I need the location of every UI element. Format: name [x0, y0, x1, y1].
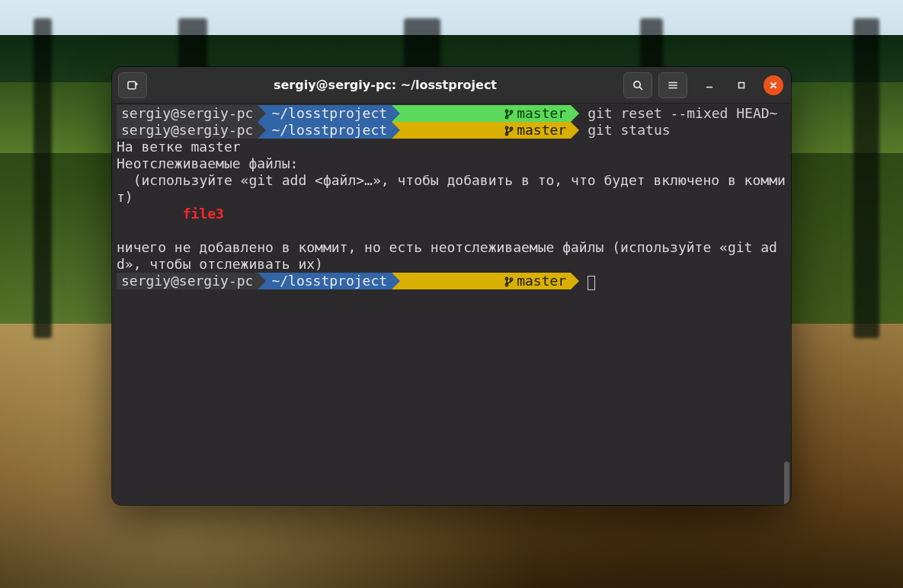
git-branch-icon — [504, 276, 514, 287]
prompt-path: ~/losstproject — [271, 273, 387, 289]
command-text: git status — [571, 122, 670, 139]
maximize-button[interactable] — [732, 75, 751, 95]
output-line: (используйте «git add <файл>…», чтобы до… — [117, 172, 791, 206]
prompt-path-segment: ~/losstproject — [258, 105, 392, 122]
untracked-file: file3 — [183, 206, 224, 222]
search-icon — [632, 79, 644, 91]
scrollbar-thumb[interactable] — [784, 462, 789, 505]
titlebar[interactable]: sergiy@sergiy-pc: ~/losstproject — [112, 67, 791, 104]
prompt-path: ~/losstproject — [271, 105, 387, 122]
command-text: git reset --mixed HEAD~ — [571, 105, 777, 122]
decor — [34, 18, 52, 338]
search-button[interactable] — [623, 72, 652, 98]
decor — [853, 18, 879, 338]
terminal-viewport[interactable]: sergiy@sergiy-pc ~/losstproject master g… — [112, 104, 791, 505]
prompt-host: sergiy@sergiy-pc — [121, 122, 253, 139]
menu-button[interactable] — [658, 72, 687, 98]
minimize-icon — [705, 81, 714, 90]
prompt-host-segment: sergiy@sergiy-pc — [117, 273, 258, 289]
prompt-host: sergiy@sergiy-pc — [121, 105, 253, 122]
terminal-cursor — [588, 276, 595, 290]
git-branch-icon — [504, 126, 514, 136]
prompt-line: sergiy@sergiy-pc ~/losstproject master — [117, 273, 791, 289]
prompt-branch-segment: master — [392, 273, 571, 289]
prompt-path-segment: ~/losstproject — [258, 122, 392, 139]
hamburger-icon — [667, 79, 679, 91]
prompt-branch: master — [517, 122, 566, 138]
minimize-button[interactable] — [700, 75, 719, 95]
prompt-host-segment: sergiy@sergiy-pc — [117, 105, 258, 122]
output-blank — [117, 222, 791, 239]
output-line: file3 — [117, 206, 791, 222]
prompt-branch: master — [517, 273, 566, 289]
close-icon — [769, 81, 778, 90]
prompt-line: sergiy@sergiy-pc ~/losstproject master g… — [117, 122, 791, 139]
svg-rect-0 — [128, 81, 136, 89]
output-line: Неотслеживаемые файлы: — [117, 155, 791, 172]
prompt-branch-segment: master — [392, 122, 571, 139]
prompt-host: sergiy@sergiy-pc — [121, 273, 253, 289]
terminal-window: sergiy@sergiy-pc: ~/losstproject — [112, 67, 791, 505]
new-tab-button[interactable] — [118, 72, 147, 98]
desktop-wallpaper: sergiy@sergiy-pc: ~/losstproject — [0, 0, 903, 588]
prompt-path: ~/losstproject — [271, 122, 387, 139]
svg-rect-2 — [739, 82, 744, 88]
close-button[interactable] — [764, 75, 783, 95]
maximize-icon — [737, 81, 746, 90]
prompt-host-segment: sergiy@sergiy-pc — [117, 122, 258, 139]
prompt-path-segment: ~/losstproject — [258, 273, 392, 289]
window-title: sergiy@sergiy-pc: ~/losstproject — [147, 78, 623, 92]
new-tab-icon — [126, 79, 139, 91]
